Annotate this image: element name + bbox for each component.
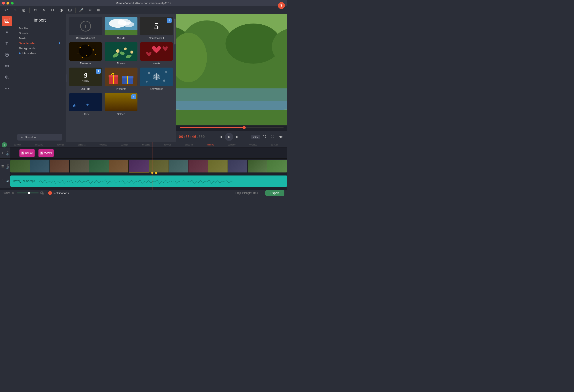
play-button[interactable]: ▶	[225, 133, 233, 141]
media-item-old-film[interactable]: ⬇ 9 NINE Old Film	[69, 68, 102, 91]
help-button[interactable]: ?	[278, 2, 285, 9]
redo-button[interactable]: ↪	[11, 6, 19, 14]
scale-max-icon	[41, 191, 44, 195]
sidebar-item-stickers[interactable]	[2, 50, 12, 60]
film-frame-5	[89, 160, 109, 172]
rotate-button[interactable]: ↻	[40, 6, 48, 14]
media-item-flowers[interactable]: ⬇	[105, 42, 137, 65]
audio-track-visibility[interactable]: 🔊	[6, 180, 9, 182]
media-item-golden[interactable]: ⬇ Golden	[105, 93, 137, 116]
titlebar: Movavi Video Editor – batuv-kanal-cely-2…	[0, 0, 287, 6]
transport-bar: 00:00:46.000 ⏮ ▶ ⏭ 16:9	[176, 131, 287, 142]
audio-track-controls: 🔊	[5, 174, 10, 188]
sidebar-item-effects[interactable]	[2, 27, 12, 37]
media-item-download-more[interactable]: + Download more!	[69, 17, 102, 40]
countdown-download-icon[interactable]: ⬇	[167, 18, 172, 23]
sidebar-item-text[interactable]: T	[2, 38, 12, 49]
nav-music[interactable]: Music	[17, 36, 62, 40]
media-item-hearts[interactable]: ⬇ Hearts	[140, 42, 173, 65]
film-frame-10	[188, 160, 208, 172]
scale-slider[interactable]	[17, 192, 39, 193]
close-button[interactable]	[2, 2, 5, 4]
add-track-button[interactable]: +	[2, 142, 7, 148]
sidebar-item-transitions[interactable]	[2, 61, 12, 71]
svg-rect-4	[52, 9, 54, 11]
skip-back-button[interactable]: ⏮	[217, 133, 224, 141]
settings-button[interactable]: ⚙	[86, 6, 94, 14]
crop-button[interactable]	[49, 6, 56, 14]
svg-point-54	[146, 81, 148, 82]
svg-point-16	[6, 88, 7, 89]
download-icon: ⬇	[21, 136, 23, 139]
import-nav: My files Sounds Music Sample video ⬇ Bac…	[14, 25, 66, 56]
progress-thumb[interactable]	[243, 126, 246, 129]
bottom-bar: Scale: ! Notifications Project length: 1…	[0, 190, 287, 196]
media-item-countdown[interactable]: ⬇ 5 Countdown 1	[140, 17, 173, 40]
flowers-label: Flowers	[117, 62, 125, 65]
nav-my-files[interactable]: My files	[17, 26, 62, 31]
nav-sounds[interactable]: Sounds	[17, 31, 62, 36]
video-track-visibility[interactable]: 👁	[7, 164, 9, 166]
svg-point-25	[80, 47, 81, 48]
sidebar-item-import[interactable]: 1	[2, 16, 12, 26]
text-clip-vyrázír[interactable]: Tt Vyrázír	[39, 149, 54, 157]
film-frame-8	[149, 160, 169, 172]
svg-rect-0	[23, 9, 25, 11]
audio-track-side: ♪ ✂	[0, 174, 5, 188]
svg-rect-69	[176, 110, 287, 125]
maximize-button[interactable]	[11, 2, 14, 4]
text-track-visibility[interactable]: 👁	[7, 150, 9, 153]
export-button[interactable]: Export	[265, 190, 285, 196]
media-item-stars[interactable]: ⬇ Stars	[69, 93, 102, 116]
skip-forward-button[interactable]: ⏭	[234, 133, 241, 141]
video-track-audio[interactable]: 🔊	[6, 166, 9, 169]
ruler-mark-8: 00:00:40	[178, 144, 200, 146]
video-track-content[interactable]	[10, 159, 287, 174]
audio-track-icon: ♪	[2, 178, 3, 181]
countdown-thumb: ⬇ 5	[140, 17, 173, 36]
nav-intro-videos[interactable]: Intro videos	[17, 51, 62, 56]
collapse-panel-button[interactable]: ‹	[66, 75, 67, 82]
film-frame-14	[267, 160, 287, 172]
stars-thumb: ⬇	[69, 93, 102, 112]
media-item-snowflakes[interactable]: ⬇	[140, 68, 173, 91]
cut-button[interactable]: ✂	[31, 6, 39, 14]
fullscreen-preview-button[interactable]	[261, 133, 268, 141]
sample-video-download-icon[interactable]: ⬇	[58, 42, 61, 45]
aspect-ratio-badge[interactable]: 16:9	[251, 135, 260, 139]
media-scrollbar-thumb[interactable]	[174, 19, 175, 44]
text-track-link[interactable]: 🔗	[6, 153, 9, 156]
svg-point-10	[7, 65, 9, 67]
media-item-clouds[interactable]: Clouds	[105, 17, 137, 40]
nav-backgrounds[interactable]: Backgrounds	[17, 46, 62, 51]
volume-button[interactable]	[277, 133, 285, 141]
audio-record-button[interactable]: 🎤	[77, 6, 85, 14]
delete-button[interactable]	[20, 6, 28, 14]
film-frame-4	[70, 160, 89, 172]
old-film-number: 9	[84, 72, 87, 79]
undo-button[interactable]: ↩	[2, 6, 10, 14]
color-button[interactable]: ◑	[57, 6, 65, 14]
expand-button[interactable]	[269, 133, 276, 141]
media-scrollbar[interactable]	[174, 14, 175, 142]
sidebar-item-more[interactable]	[2, 83, 12, 94]
media-item-fireworks[interactable]: ⬇	[69, 42, 102, 65]
text-clip-unikátr[interactable]: Tt Unikátr	[20, 149, 35, 157]
golden-download-icon[interactable]: ⬇	[131, 94, 136, 99]
svg-line-12	[8, 78, 9, 79]
window-title: Movavi Video Editor – batuv-kanal-cely-2…	[116, 1, 171, 5]
notifications-button[interactable]: ! Notifications	[46, 190, 70, 196]
media-item-presents[interactable]: ⬇ Present	[105, 68, 137, 91]
export-clip-button[interactable]	[66, 6, 74, 14]
old-film-download-icon[interactable]: ⬇	[96, 69, 101, 74]
audio-track-content[interactable]: Travel_Theme.mp3 // Generate waveform ba…	[10, 174, 287, 188]
audio-clip: Travel_Theme.mp3 // Generate waveform ba…	[10, 175, 287, 187]
progress-bar[interactable]	[180, 127, 284, 128]
scale-slider-thumb[interactable]	[28, 192, 30, 194]
download-button[interactable]: ⬇ Download	[17, 134, 62, 141]
nav-sample-video[interactable]: Sample video ⬇	[17, 41, 62, 46]
sidebar-item-zoom[interactable]	[2, 72, 12, 82]
more-tools-button[interactable]: ⊞	[95, 6, 102, 14]
notifications-label: Notifications	[53, 191, 69, 195]
minimize-button[interactable]	[6, 2, 9, 4]
